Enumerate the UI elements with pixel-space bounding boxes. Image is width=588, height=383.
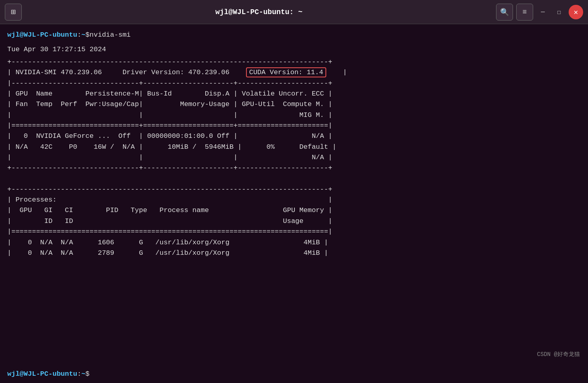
prompt-command: nvidia-smi — [90, 30, 131, 40]
titlebar: ⊞ wjl@WJL-PC-ubuntu: ~ 🔍 ≡ — ☐ ✕ — [0, 0, 588, 24]
terminal-content: wjl@WJL-PC-ubuntu:~$ nvidia-smi Tue Apr … — [0, 24, 588, 383]
bottom-prompt-tilde: ~ — [81, 369, 85, 379]
prompt-colon: : — [77, 30, 81, 40]
table-bottom-border: +-------------------------------+-------… — [7, 163, 581, 173]
proc-col-header-1: | GPU GI CI PID Type Process name GPU Me… — [7, 205, 581, 216]
new-tab-button[interactable]: ⊞ — [5, 4, 22, 21]
proc-header: | Processes: | — [7, 195, 581, 205]
proc-row-1: | 0 N/A N/A 1606 G /usr/lib/xorg/Xorg 4M… — [7, 237, 581, 248]
minimize-icon: — — [541, 8, 545, 16]
search-button[interactable]: 🔍 — [496, 4, 513, 21]
close-icon: ✕ — [574, 8, 578, 17]
gpu-data-row-2: | N/A 42C P0 16W / N/A | 10MiB / 5946MiB… — [7, 142, 581, 152]
table-border-top: +---------------------------------------… — [7, 57, 581, 67]
spacer — [7, 178, 581, 184]
maximize-button[interactable]: ☐ — [553, 6, 565, 19]
col-header-3: | | | MIG M. | — [7, 110, 581, 121]
bottom-prompt-user: wjl@WJL-PC-ubuntu — [7, 369, 77, 379]
minimize-button[interactable]: — — [536, 6, 549, 19]
command-prompt-line: wjl@WJL-PC-ubuntu:~$ nvidia-smi — [7, 30, 581, 40]
nvidia-smi-output: +---------------------------------------… — [7, 57, 581, 174]
gpu-data-row-1: | 0 NVIDIA GeForce ... Off | 00000000:01… — [7, 131, 581, 142]
menu-button[interactable]: ≡ — [516, 4, 533, 21]
table-header-separator: |-------------------------------+-------… — [7, 78, 581, 89]
gpu-data-row-3: | | | N/A | — [7, 152, 581, 163]
titlebar-left: ⊞ — [5, 4, 22, 21]
menu-icon: ≡ — [523, 8, 527, 16]
bottom-prompt-colon: : — [77, 369, 81, 379]
col-header-2: | Fan Temp Perf Pwr:Usage/Cap| Memory-Us… — [7, 99, 581, 110]
col-header-separator: |===============================+=======… — [7, 121, 581, 131]
prompt-dollar: $ — [85, 30, 90, 40]
col-header-1: | GPU Name Persistence-M| Bus-Id Disp.A … — [7, 89, 581, 99]
prompt-user: wjl@WJL-PC-ubuntu — [7, 30, 77, 40]
cuda-version-highlight: CUDA Version: 11.4 — [246, 67, 327, 77]
watermark: CSDN @好奇龙猫 — [537, 350, 580, 359]
prompt-tilde: ~ — [81, 30, 85, 40]
bottom-prompt-dollar: $ — [85, 369, 90, 379]
table-header-row: | NVIDIA-SMI 470.239.06 Driver Version: … — [7, 67, 581, 78]
maximize-icon: ☐ — [557, 8, 561, 16]
proc-col-header-2: | ID ID Usage | — [7, 216, 581, 227]
proc-top-border: +---------------------------------------… — [7, 184, 581, 195]
add-icon: ⊞ — [11, 7, 16, 17]
timestamp-line: Tue Apr 30 17:27:15 2024 — [7, 44, 581, 55]
close-button[interactable]: ✕ — [569, 5, 583, 19]
bottom-prompt-line: wjl@WJL-PC-ubuntu:~$ — [7, 369, 90, 379]
proc-col-separator: |=======================================… — [7, 227, 581, 237]
proc-row-2: | 0 N/A N/A 2789 G /usr/lib/xorg/Xorg 4M… — [7, 248, 581, 258]
titlebar-controls: 🔍 ≡ — ☐ ✕ — [496, 4, 583, 21]
window-title: wjl@WJL-PC-ubuntu: ~ — [22, 8, 496, 16]
search-icon: 🔍 — [500, 8, 509, 17]
processes-table: +---------------------------------------… — [7, 184, 581, 258]
